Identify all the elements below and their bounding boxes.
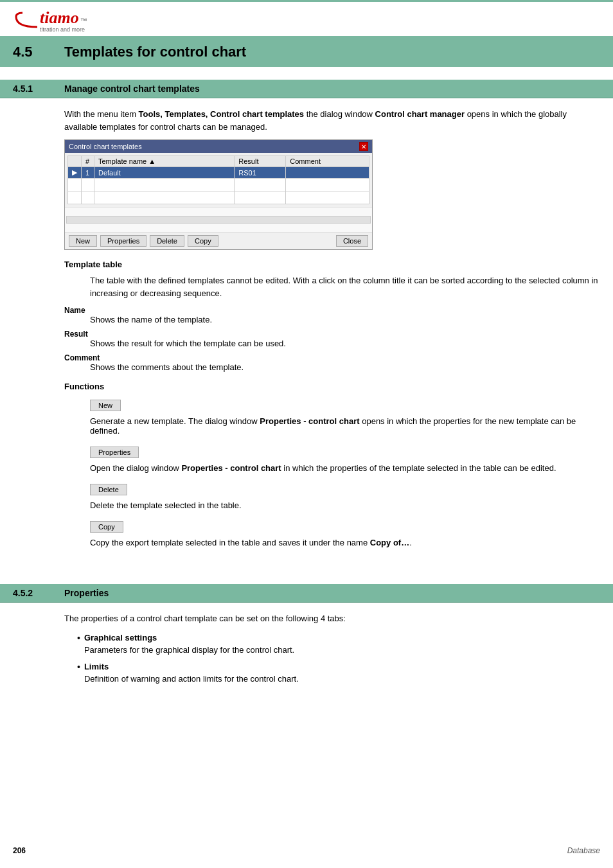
row-result: RS01: [235, 167, 286, 179]
col-indicator[interactable]: [68, 156, 82, 167]
properties-button-desc: Open the dialog window Properties - cont…: [90, 463, 600, 473]
col-comment[interactable]: Comment: [286, 156, 369, 167]
logo-tagline: titration and more: [40, 26, 87, 33]
section-452: 4.5.2 Properties The properties of a con…: [0, 584, 613, 699]
dialog-footer: New Properties Delete Copy Close: [65, 233, 372, 249]
bullet-limits-desc: Definition of warning and action limits …: [84, 674, 299, 684]
dialog-window: Control chart templates ✕ # Template nam…: [64, 139, 373, 250]
section-451-content: With the menu item Tools, Templates, Con…: [0, 98, 613, 565]
function-new-block: New Generate a new template. The dialog …: [90, 396, 600, 436]
term-result-label: Result: [64, 330, 600, 339]
section-451: 4.5.1 Manage control chart templates Wit…: [0, 80, 613, 565]
dialog-titlebar: Control chart templates ✕: [65, 140, 372, 153]
chapter-title-bar: 4.5 Templates for control chart: [0, 37, 613, 67]
term-name: Name Shows the name of the template.: [64, 306, 600, 324]
term-comment-desc: Shows the comments about the template.: [64, 362, 600, 372]
logo-trademark: ™: [80, 17, 87, 24]
dialog-templates-table: # Template name ▲ Result Comment ▶ 1 Def…: [67, 155, 369, 204]
row-comment: [286, 167, 369, 179]
page-number: 206: [13, 846, 26, 855]
subsection-functions-heading: Functions: [64, 382, 600, 391]
section-451-intro: With the menu item Tools, Templates, Con…: [64, 108, 600, 133]
dialog-close-button[interactable]: ✕: [359, 142, 368, 151]
logo-icon: [13, 12, 40, 30]
horizontal-scrollbar[interactable]: [66, 216, 371, 224]
page-footer: 206 Database: [13, 846, 600, 855]
dialog-new-button[interactable]: New: [69, 235, 97, 247]
bullet-graphical: Graphical settings Parameters for the gr…: [77, 632, 600, 657]
term-name-label: Name: [64, 306, 600, 315]
function-properties-block: Properties Open the dialog window Proper…: [90, 443, 600, 473]
term-name-desc: Shows the name of the template.: [64, 315, 600, 324]
terms-block: Name Shows the name of the template. Res…: [64, 306, 600, 372]
subsection-template-table-heading: Template table: [64, 260, 600, 269]
section-452-content: The properties of a control chart templa…: [0, 603, 613, 699]
page-label: Database: [567, 846, 600, 855]
chapter-title: Templates for control chart: [64, 44, 246, 60]
delete-button-illustration[interactable]: Delete: [90, 484, 127, 495]
copy-button-illustration[interactable]: Copy: [90, 521, 123, 533]
table-row-empty: [68, 179, 369, 191]
col-template-name[interactable]: Template name ▲: [94, 156, 235, 167]
row-indicator: ▶: [68, 167, 82, 179]
term-result: Result Shows the result for which the te…: [64, 330, 600, 348]
copy-button-desc: Copy the export template selected in the…: [90, 538, 600, 547]
section-452-title: Properties: [64, 588, 109, 598]
logo-area: tiamo ™ titration and more: [13, 8, 600, 33]
bullet-limits: Limits Definition of warning and action …: [77, 660, 600, 686]
section-451-title: Manage control chart templates: [64, 84, 200, 94]
section-452-bullets: Graphical settings Parameters for the gr…: [64, 632, 600, 686]
section-452-number: 4.5.2: [13, 588, 51, 598]
subsection-template-table-body: The table with the defined templates can…: [64, 274, 600, 299]
logo-text: tiamo: [40, 8, 79, 28]
dialog-copy-button[interactable]: Copy: [188, 235, 218, 247]
table-row-empty2: [68, 191, 369, 204]
delete-button-desc: Delete the template selected in the tabl…: [90, 500, 600, 510]
new-button-desc: Generate a new template. The dialog wind…: [90, 416, 600, 436]
bullet-graphical-term: Graphical settings: [84, 633, 157, 642]
new-button-illustration[interactable]: New: [90, 400, 121, 411]
properties-button-illustration[interactable]: Properties: [90, 447, 139, 458]
function-delete-block: Delete Delete the template selected in t…: [90, 481, 600, 510]
term-comment-label: Comment: [64, 353, 600, 362]
bullet-graphical-desc: Parameters for the graphical display for…: [84, 645, 294, 655]
dialog-scrollbar-area: [65, 207, 372, 233]
bullet-limits-term: Limits: [84, 662, 109, 671]
dialog-properties-button[interactable]: Properties: [100, 235, 147, 247]
dialog-close-btn-footer[interactable]: Close: [336, 235, 368, 247]
term-result-desc: Shows the result for which the template …: [64, 339, 600, 348]
col-num[interactable]: #: [82, 156, 94, 167]
section-451-number: 4.5.1: [13, 84, 51, 94]
row-num: 1: [82, 167, 94, 179]
page-header: tiamo ™ titration and more: [0, 2, 613, 37]
section-452-intro: The properties of a control chart templa…: [64, 612, 600, 625]
section-451-header: 4.5.1 Manage control chart templates: [0, 80, 613, 98]
term-comment: Comment Shows the comments about the tem…: [64, 353, 600, 372]
dialog-delete-button[interactable]: Delete: [150, 235, 184, 247]
section-452-header: 4.5.2 Properties: [0, 584, 613, 603]
row-name: Default: [94, 167, 235, 179]
function-copy-block: Copy Copy the export template selected i…: [90, 518, 600, 547]
col-result[interactable]: Result: [235, 156, 286, 167]
table-row[interactable]: ▶ 1 Default RS01: [68, 167, 369, 179]
chapter-number: 4.5: [13, 44, 51, 60]
dialog-title: Control chart templates: [69, 143, 142, 150]
